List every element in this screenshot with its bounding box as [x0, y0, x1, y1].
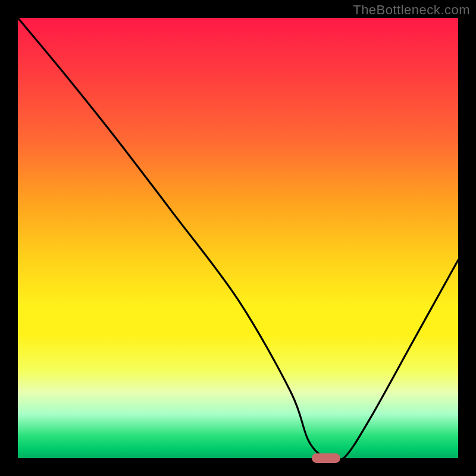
attribution-text: TheBottleneck.com: [353, 2, 470, 18]
curve-svg: [18, 18, 458, 458]
bottleneck-curve: [18, 18, 458, 462]
chart-root: TheBottleneck.com: [0, 0, 476, 476]
plot-area: [18, 18, 458, 458]
optimal-marker: [312, 453, 340, 463]
